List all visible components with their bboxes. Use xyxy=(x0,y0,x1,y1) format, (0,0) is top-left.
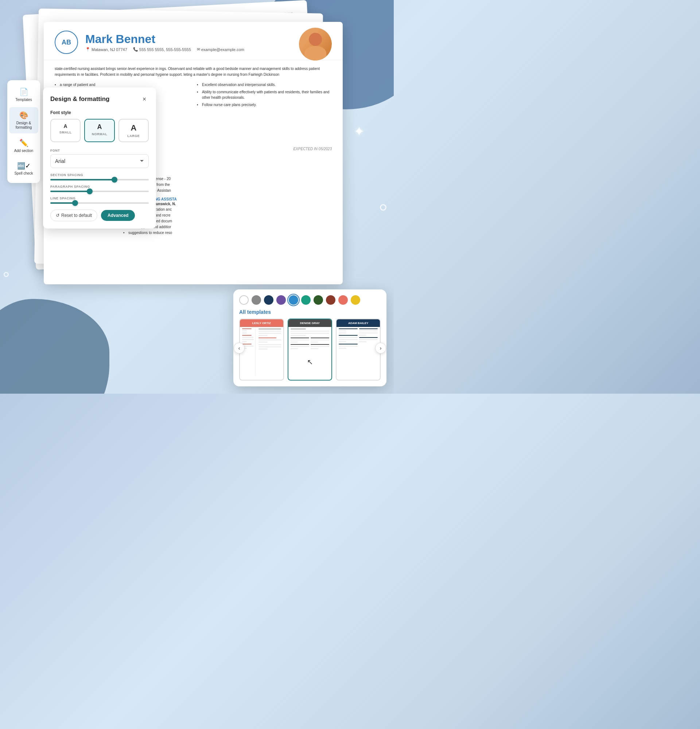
templates-panel: All templates LESLY ORTIZ xyxy=(233,289,386,386)
section-spacing-fill xyxy=(50,179,115,180)
resume-initials: AB xyxy=(55,30,78,54)
sidebar-item-spell-check[interactable]: 🔤✓ Spell check xyxy=(9,158,38,179)
template-nav-next[interactable]: › xyxy=(375,343,386,354)
color-swatch-darkgreen[interactable] xyxy=(314,295,323,305)
spell-check-icon: 🔤✓ xyxy=(17,162,30,170)
color-swatch-teal[interactable] xyxy=(301,295,311,305)
circle-decoration-1 xyxy=(380,204,386,211)
font-select[interactable]: Arial Times New Roman Calibri Georgia Ve… xyxy=(50,154,149,168)
paragraph-spacing-label: PARAGRAPH SPACING xyxy=(50,185,149,189)
tmpl-body-3 xyxy=(337,327,380,377)
section-spacing-thumb[interactable] xyxy=(112,177,118,183)
add-section-icon: ✏️ xyxy=(19,138,28,147)
template-card-adam-bailey[interactable]: ADAM BAILEY xyxy=(336,319,380,380)
paragraph-spacing-fill xyxy=(50,191,90,192)
panel-title: Design & formatting xyxy=(50,96,109,103)
font-style-label: Font style xyxy=(50,110,149,115)
templates-icon: 📄 xyxy=(19,87,28,96)
background-blob-bottom xyxy=(0,299,109,394)
resume-name-block: Mark Bennet 📍 Matawan, NJ 07747 📞 555 55… xyxy=(85,33,332,52)
skill-left-1: a range of patient and xyxy=(55,82,190,87)
template-nav-prev[interactable]: ‹ xyxy=(234,343,245,354)
tmpl-header-1: LESLY ORTIZ xyxy=(240,319,283,327)
sidebar-item-templates[interactable]: 📄 Templates xyxy=(9,84,38,106)
font-size-small-button[interactable]: A SMALL xyxy=(50,119,81,142)
person-head xyxy=(309,33,322,46)
star-decoration: ✦ xyxy=(354,124,365,139)
large-letter: A xyxy=(131,123,137,133)
color-swatch-yellow[interactable] xyxy=(351,295,360,305)
tmpl-body-2: ↖ xyxy=(288,327,332,377)
person-body xyxy=(304,46,326,61)
resume-phone: 📞 555 555 5555, 555-555-5555 xyxy=(133,47,191,52)
resume-header: AB Mark Bennet 📍 Matawan, NJ 07747 📞 555… xyxy=(44,22,343,60)
line-spacing-track[interactable] xyxy=(50,202,149,204)
resume-contact: 📍 Matawan, NJ 07747 📞 555 555 5555, 555-… xyxy=(85,47,332,52)
design-formatting-panel: Design & formatting × Font style A SMALL… xyxy=(43,87,156,228)
reset-default-button[interactable]: ↺ Reset to default xyxy=(50,210,97,221)
section-spacing-label: SECTION SPACING xyxy=(50,173,149,177)
normal-label: NORMAL xyxy=(92,132,107,136)
tmpl-header-3: ADAM BAILEY xyxy=(337,319,380,327)
resume-skills-right: Excellent observation and interpersonal … xyxy=(197,82,332,141)
cursor-on-template: ↖ xyxy=(290,357,330,366)
sidebar-label-add-section: Add section xyxy=(14,149,33,153)
design-icon: 🎨 xyxy=(19,111,28,119)
paragraph-spacing-track[interactable] xyxy=(50,191,149,192)
paragraph-spacing-group: PARAGRAPH SPACING xyxy=(50,185,149,192)
reset-icon: ↺ xyxy=(56,213,60,218)
font-dropdown-label: FONT xyxy=(50,149,149,152)
circle-decoration-2 xyxy=(4,272,9,277)
tmpl-body-1 xyxy=(240,327,283,377)
template-card-denise-gray[interactable]: DENISE GRAY xyxy=(288,319,333,380)
section-spacing-group: SECTION SPACING xyxy=(50,173,149,180)
color-swatch-purple[interactable] xyxy=(276,295,286,305)
small-letter: A xyxy=(64,123,67,129)
resume-location: 📍 Matawan, NJ 07747 xyxy=(85,47,127,52)
font-size-normal-button[interactable]: A NORMAL xyxy=(84,119,115,142)
sidebar-label-design: Design &formatting xyxy=(16,121,32,130)
sidebar-item-design[interactable]: 🎨 Design &formatting xyxy=(9,107,38,134)
reset-label: Reset to default xyxy=(61,213,92,218)
tmpl-header-2: DENISE GRAY xyxy=(288,319,332,327)
resume-photo xyxy=(299,28,332,61)
line-spacing-label: LINE SPACING xyxy=(50,196,149,200)
resume-email: ✉ example@example.com xyxy=(197,47,244,52)
template-cards-row: LESLY ORTIZ xyxy=(239,319,380,380)
resume-summary: state-certified nursing assistant brings… xyxy=(55,66,332,78)
color-swatch-outline[interactable] xyxy=(239,295,249,305)
all-templates-label: All templates xyxy=(239,309,380,315)
section-spacing-track[interactable] xyxy=(50,179,149,180)
font-size-large-button[interactable]: A LARGE xyxy=(119,119,149,142)
edu-date-1: EXPECTED IN 05/2023 xyxy=(293,146,332,152)
color-swatch-blue[interactable] xyxy=(289,295,298,305)
color-swatch-navy[interactable] xyxy=(264,295,273,305)
sidebar: 📄 Templates 🎨 Design &formatting ✏️ Add … xyxy=(7,80,40,183)
resume-name: Mark Bennet xyxy=(85,33,332,45)
line-spacing-group: LINE SPACING xyxy=(50,196,149,204)
line-spacing-fill xyxy=(50,202,75,204)
advanced-button[interactable]: Advanced xyxy=(101,210,135,221)
line-spacing-thumb[interactable] xyxy=(72,200,78,206)
panel-header: Design & formatting × xyxy=(50,95,149,103)
color-swatch-salmon[interactable] xyxy=(338,295,348,305)
large-label: LARGE xyxy=(127,134,139,138)
sidebar-item-add-section[interactable]: ✏️ Add section xyxy=(9,135,38,157)
panel-buttons: ↺ Reset to default Advanced xyxy=(50,210,149,221)
color-swatch-row xyxy=(239,295,380,305)
font-style-row: A SMALL A NORMAL A LARGE xyxy=(50,119,149,142)
color-swatch-gray[interactable] xyxy=(251,295,261,305)
sidebar-label-templates: Templates xyxy=(15,98,32,102)
small-label: SMALL xyxy=(60,131,72,134)
template-card-lesly-ortiz[interactable]: LESLY ORTIZ xyxy=(239,319,284,380)
color-swatch-brown[interactable] xyxy=(326,295,335,305)
panel-close-button[interactable]: × xyxy=(140,95,149,103)
template-cards-container: LESLY ORTIZ xyxy=(239,319,380,380)
paragraph-spacing-thumb[interactable] xyxy=(87,189,93,194)
normal-letter: A xyxy=(97,123,102,131)
sidebar-label-spell-check: Spell check xyxy=(14,171,33,176)
